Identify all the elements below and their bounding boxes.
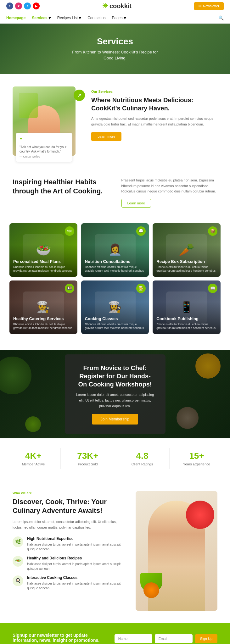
service-desc: Rhoncus efficitur lobortis du cotula rhi… xyxy=(156,265,217,273)
services-grid: 🥗 🍽 Personalized Meal Plans Rhoncus effi… xyxy=(0,217,230,350)
service-desc: Rhoncus efficitur lobortis du cotula rhi… xyxy=(85,322,145,330)
about-text-container: Our Services Where Nutritious Meets Deli… xyxy=(91,86,217,141)
cookbook-icon: 📖 xyxy=(208,284,217,293)
workshop-title: From Novice to Chef: Register for Our Ha… xyxy=(76,364,154,388)
stat-experience-label: Years Experience xyxy=(173,462,221,466)
nutrition-icon: 🌿 xyxy=(13,536,23,547)
chevron-down-icon: ▾ xyxy=(124,15,126,21)
hero-section: Services From Kitchen to Wellness: CookK… xyxy=(0,24,230,74)
habits-description: Praesent turpis lacus molestie eu platea… xyxy=(121,178,218,194)
classes-text: Interactive Cooking Classes Habitasse di… xyxy=(27,575,126,591)
classes-desc: Habitasse disi per turpis laoreet in por… xyxy=(27,581,126,591)
service-card-catering[interactable]: 👨‍🍳 🍱 Healthy Catering Services Rhoncus … xyxy=(9,280,77,334)
newsletter-email-input[interactable] xyxy=(155,634,193,643)
who-image-container xyxy=(136,491,217,611)
quote-box: " "Ask not what you can do for your coun… xyxy=(16,133,72,162)
social-icons: f ♥ t ▶ xyxy=(6,3,40,9)
service-title: Healthy Catering Services xyxy=(13,316,74,321)
quote-text: "Ask not what you can do for your countr… xyxy=(20,145,69,154)
service-title: Recipe Box Subscription xyxy=(156,259,217,264)
nutrition-text: High Nutritional Expertise Habitasse dis… xyxy=(27,536,126,552)
chevron-down-icon: ▾ xyxy=(79,15,81,21)
who-title: Discover, Cook, Thrive: Your Culinary Ad… xyxy=(13,497,126,515)
recipes-text: Healthy and Delicious Recipes Habitasse … xyxy=(27,556,126,571)
stat-experience: 15+ Years Experience xyxy=(170,448,224,469)
logo-text: cookkit xyxy=(109,3,132,10)
nav-services[interactable]: Services xyxy=(32,16,47,20)
stat-members-number: 4K+ xyxy=(9,451,57,461)
arrow-badge: ↗ xyxy=(74,90,85,101)
hero-title: Services xyxy=(68,36,162,47)
service-card-cookbook[interactable]: 📱 📖 Cookbook Publishing Rhoncus efficitu… xyxy=(153,280,221,334)
stat-ratings-number: 4.8 xyxy=(118,451,166,461)
about-image-container: ↗ " "Ask not what you can do for your co… xyxy=(13,86,82,156)
hero-subtitle: From Kitchen to Wellness: CookKit's Reci… xyxy=(68,49,162,61)
newsletter-section: Signup our newsletter to get update info… xyxy=(0,623,230,644)
recipe-box-icon: 📦 xyxy=(208,226,217,236)
site-logo[interactable]: ✳ cookkit xyxy=(102,2,132,10)
service-desc: Rhoncus efficitur lobortis du cotula rhi… xyxy=(13,322,74,330)
recipes-icon: 🥗 xyxy=(13,556,23,567)
stat-experience-number: 15+ xyxy=(173,451,221,461)
feature-recipes: 🥗 Healthy and Delicious Recipes Habitass… xyxy=(13,556,126,571)
services-label: Our Services xyxy=(91,90,217,93)
stat-products-number: 73K+ xyxy=(64,451,112,461)
instagram-icon[interactable]: ♥ xyxy=(15,3,22,9)
search-icon[interactable]: 🔍 xyxy=(218,15,224,20)
feature-list: 🌿 High Nutritional Expertise Habitasse d… xyxy=(13,536,126,591)
who-we-are-section: Who we are Discover, Cook, Thrive: Your … xyxy=(0,479,230,623)
newsletter-name-input[interactable] xyxy=(115,634,152,643)
workshop-section: From Novice to Chef: Register for Our Ha… xyxy=(0,350,230,438)
main-nav: Homepage Services ▾ Recipes List ▾ Conta… xyxy=(0,12,230,24)
stat-products: 73K+ Product Sold xyxy=(61,448,115,469)
services-row-1: 🥗 🍽 Personalized Meal Plans Rhoncus effi… xyxy=(9,223,221,277)
newsletter-button[interactable]: ✉ Newsletter xyxy=(194,2,224,10)
service-title: Nutrition Consultations xyxy=(85,259,145,264)
service-card-consultations[interactable]: 👩‍💼 💬 Nutrition Consultations Rhoncus ef… xyxy=(81,223,149,277)
habits-section: Inspiring Healthier Habits through the A… xyxy=(0,168,230,217)
who-label: Who we are xyxy=(13,491,126,495)
stat-products-label: Product Sold xyxy=(64,462,112,466)
service-title: Cooking Classes xyxy=(85,316,145,321)
join-membership-button[interactable]: Join Membership xyxy=(92,414,138,425)
nutrition-desc: Habitasse disi per turpis laoreet in por… xyxy=(27,542,126,552)
service-title: Cookbook Publishing xyxy=(156,316,217,321)
who-text-container: Who we are Discover, Cook, Thrive: Your … xyxy=(13,491,126,611)
service-title: Personalized Meal Plans xyxy=(13,259,74,264)
newsletter-text: Signup our newsletter to get update info… xyxy=(13,633,105,644)
stat-ratings-label: Client Ratings xyxy=(118,462,166,466)
nav-contact[interactable]: Contact us xyxy=(87,16,105,20)
service-card-cooking-classes[interactable]: 👩‍🍳 👨‍🍳 Cooking Classes Rhoncus efficitu… xyxy=(81,280,149,334)
youtube-icon[interactable]: ▶ xyxy=(33,3,40,9)
learn-more-button[interactable]: Learn more xyxy=(91,132,121,141)
newsletter-title: Signup our newsletter to get update info… xyxy=(13,633,105,643)
stat-ratings: 4.8 Client Ratings xyxy=(115,448,170,469)
services-row-2: 👨‍🍳 🍱 Healthy Catering Services Rhoncus … xyxy=(9,280,221,334)
nutrition-title: High Nutritional Expertise xyxy=(27,536,126,541)
facebook-icon[interactable]: f xyxy=(6,3,13,9)
recipes-desc: Habitasse disi per turpis laoreet in por… xyxy=(27,562,126,571)
top-bar: f ♥ t ▶ ✳ cookkit ✉ Newsletter xyxy=(0,0,230,12)
cooking-classes-icon: 👨‍🍳 xyxy=(136,284,146,293)
stat-members-label: Member Active xyxy=(9,462,57,466)
newsletter-form: Sign Up xyxy=(115,634,217,643)
catering-icon: 🍱 xyxy=(65,284,74,293)
logo-star-icon: ✳ xyxy=(102,2,108,10)
newsletter-signup-button[interactable]: Sign Up xyxy=(195,634,217,643)
service-card-recipe-box[interactable]: 🥕 📦 Recipe Box Subscription Rhoncus effi… xyxy=(153,223,221,277)
habits-learn-more-button[interactable]: Learn more xyxy=(121,199,151,208)
nav-recipes[interactable]: Recipes List xyxy=(57,16,78,20)
chevron-down-icon: ▾ xyxy=(48,15,51,21)
service-card-meal-plans[interactable]: 🥗 🍽 Personalized Meal Plans Rhoncus effi… xyxy=(9,223,77,277)
workshop-description: Lorem ipsum dolor sit amet, consectetur … xyxy=(76,392,154,409)
who-image xyxy=(136,491,217,611)
service-desc: Rhoncus efficitur lobortis du cotula rhi… xyxy=(13,265,74,273)
who-description: Lorem ipsum dolor sit amet, consectetur … xyxy=(13,519,126,530)
classes-icon: 🍳 xyxy=(13,575,23,586)
twitter-icon[interactable]: t xyxy=(24,3,31,9)
nav-pages[interactable]: Pages xyxy=(112,16,123,20)
feature-nutrition: 🌿 High Nutritional Expertise Habitasse d… xyxy=(13,536,126,552)
nav-homepage[interactable]: Homepage xyxy=(6,16,25,20)
habits-title: Inspiring Healthier Habits through the A… xyxy=(13,178,109,196)
service-desc: Rhoncus efficitur lobortis du cotula rhi… xyxy=(85,265,145,273)
